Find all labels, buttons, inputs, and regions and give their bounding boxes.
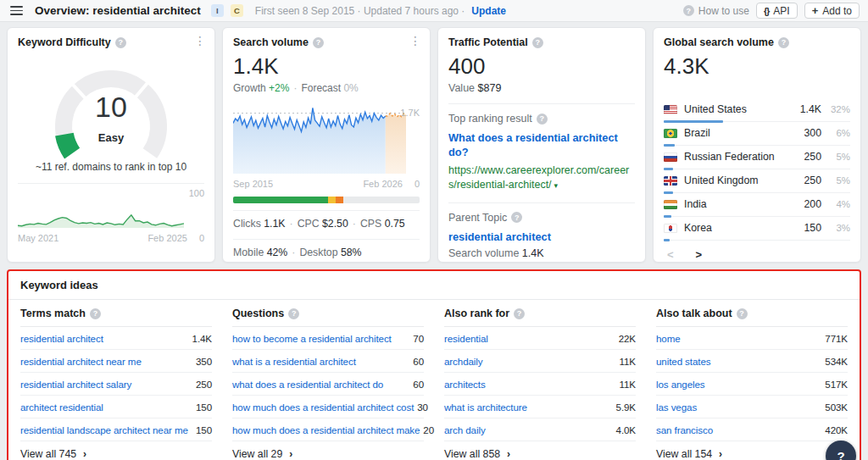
keyword-link[interactable]: san francisco bbox=[656, 424, 713, 435]
keyword-row: what is architecture5.9K bbox=[444, 396, 636, 418]
kebab-menu-icon[interactable]: ⋮ bbox=[194, 35, 206, 47]
intent-badge-informational[interactable]: I bbox=[211, 4, 224, 17]
how-to-use-label: How to use bbox=[698, 5, 749, 17]
device-stats-row: Mobile 42%·Desktop 58% bbox=[233, 239, 420, 261]
search-volume-value: 1.4K bbox=[233, 53, 420, 80]
keyword-row: architects11K bbox=[444, 373, 636, 396]
search-volume-title: Search volume bbox=[233, 36, 309, 48]
add-to-button-label: Add to bbox=[822, 5, 852, 17]
top-ranking-url[interactable]: https://www.careerexplorer.com/careers/r… bbox=[448, 163, 635, 193]
top-ranking-result-link[interactable]: What does a residential architect do? bbox=[448, 130, 635, 160]
kd-axis-left: May 2021 bbox=[18, 233, 58, 243]
keyword-link[interactable]: how to become a residential architect bbox=[232, 333, 392, 344]
help-icon[interactable]: ? bbox=[511, 212, 522, 223]
keyword-row: archdaily11K bbox=[444, 350, 636, 373]
korea-flag-icon bbox=[664, 224, 677, 233]
growth-label: Growth bbox=[233, 82, 266, 94]
how-to-use-link[interactable]: ? How to use bbox=[683, 5, 749, 17]
india-flag-icon bbox=[664, 200, 677, 209]
keyword-row: arch daily4.0K bbox=[444, 418, 636, 441]
chevron-down-icon[interactable]: ▾ bbox=[554, 181, 559, 190]
sv-axis-left: Sep 2015 bbox=[233, 179, 273, 189]
next-page-icon[interactable]: > bbox=[696, 248, 703, 261]
help-icon[interactable]: ? bbox=[288, 308, 299, 319]
keyword-link[interactable]: what is architecture bbox=[444, 402, 527, 413]
country-row: United States 1.4K 32% bbox=[664, 98, 850, 122]
top-header: Overview: residential architect I C Firs… bbox=[0, 0, 868, 22]
terms-match-column: Terms match? residential architect1.4K r… bbox=[20, 300, 212, 460]
keyword-row: home771K bbox=[656, 327, 848, 350]
keyword-link[interactable]: what does a residential architect do bbox=[232, 379, 383, 390]
help-icon[interactable]: ? bbox=[90, 308, 101, 319]
country-share-bar bbox=[664, 239, 670, 241]
keyword-link[interactable]: residential architect salary bbox=[20, 379, 131, 390]
traffic-potential-title: Traffic Potential bbox=[448, 36, 528, 48]
traffic-value-line: Value $879 bbox=[448, 82, 635, 94]
keyword-link[interactable]: las vegas bbox=[656, 402, 697, 413]
keyword-link[interactable]: architects bbox=[444, 379, 486, 390]
keyword-link[interactable]: residential architect near me bbox=[20, 356, 142, 367]
plus-icon: + bbox=[812, 5, 819, 16]
kebab-menu-icon[interactable]: ⋮ bbox=[409, 35, 421, 47]
parent-topic-volume: Search volume 1.4K bbox=[448, 247, 635, 259]
prev-page-icon[interactable]: < bbox=[667, 248, 674, 261]
keyword-link[interactable]: residential bbox=[444, 333, 488, 344]
kd-sparkline bbox=[18, 189, 184, 228]
keyword-link[interactable]: architect residential bbox=[20, 402, 103, 413]
global-search-volume-card: Global search volume ? 4.3K United State… bbox=[653, 27, 861, 263]
keyword-row: what does a residential architect do60 bbox=[232, 373, 424, 396]
forecast-label: Forecast bbox=[301, 82, 341, 94]
russia-flag-icon bbox=[664, 152, 677, 162]
keyword-link[interactable]: home bbox=[656, 333, 681, 344]
add-to-button[interactable]: + Add to bbox=[804, 3, 860, 19]
search-volume-chart: 1.7K Sep 2015 Feb 2026 bbox=[233, 103, 420, 189]
keyword-link[interactable]: how much does a residential architect co… bbox=[232, 402, 414, 413]
chevron-right-icon: › bbox=[507, 448, 510, 460]
chevron-right-icon: › bbox=[719, 448, 722, 460]
keyword-link[interactable]: residential architect bbox=[20, 333, 103, 344]
keyword-row: las vegas503K bbox=[656, 396, 848, 418]
kd-axis-zero: 0 bbox=[199, 233, 204, 243]
metric-cards-row: Keyword Difficulty ? ⋮ 10 Easy ~11 ref. … bbox=[0, 22, 868, 263]
help-icon[interactable]: ? bbox=[737, 308, 748, 319]
brazil-flag-icon bbox=[664, 129, 677, 138]
help-icon[interactable]: ? bbox=[115, 37, 126, 48]
keyword-link[interactable]: los angeles bbox=[656, 379, 705, 390]
help-icon: ? bbox=[683, 5, 694, 16]
view-all-link[interactable]: View all 154› bbox=[656, 441, 848, 460]
keyword-link[interactable]: united states bbox=[656, 356, 710, 367]
intent-badge-commercial[interactable]: C bbox=[231, 4, 243, 17]
api-button[interactable]: { } API bbox=[756, 3, 798, 19]
help-icon[interactable]: ? bbox=[532, 37, 543, 48]
sv-chart-svg bbox=[233, 103, 406, 174]
kd-score: 10 bbox=[39, 91, 183, 124]
search-volume-card: Search volume ? ⋮ 1.4K Growth +2%·Foreca… bbox=[222, 27, 431, 263]
keyword-row: los angeles517K bbox=[656, 373, 848, 396]
keyword-row: architect residential150 bbox=[20, 396, 212, 418]
update-link[interactable]: Update bbox=[471, 5, 506, 17]
first-seen-updated-text: First seen 8 Sep 2015 · Updated 7 hours … bbox=[255, 5, 465, 17]
hamburger-menu-icon[interactable] bbox=[10, 6, 23, 14]
clicks-distribution-bar bbox=[233, 197, 420, 203]
keyword-row: residential22K bbox=[444, 327, 636, 350]
view-all-link[interactable]: View all 745› bbox=[20, 441, 212, 460]
kd-level: Easy bbox=[39, 131, 183, 144]
kd-history-chart: 100 May 2021 Feb 2025 0 bbox=[18, 183, 204, 243]
keyword-row: how to become a residential architect70 bbox=[232, 327, 424, 350]
parent-topic-link[interactable]: residential architect bbox=[448, 230, 635, 244]
also-talk-about-column: Also talk about? home771K united states5… bbox=[656, 300, 848, 460]
keyword-link[interactable]: archdaily bbox=[444, 356, 483, 367]
view-all-link[interactable]: View all 29› bbox=[232, 441, 424, 460]
help-icon[interactable]: ? bbox=[313, 37, 324, 48]
sv-axis-cap: 1.7K bbox=[400, 108, 420, 118]
keyword-link[interactable]: residential landscape architect near me bbox=[20, 424, 188, 435]
keyword-row: residential architect near me350 bbox=[20, 350, 212, 373]
kd-axis-right: Feb 2025 bbox=[147, 233, 186, 243]
keyword-link[interactable]: how much does a residential architect ma… bbox=[232, 424, 420, 435]
help-icon[interactable]: ? bbox=[537, 114, 548, 125]
keyword-link[interactable]: arch daily bbox=[444, 424, 486, 435]
help-icon[interactable]: ? bbox=[514, 308, 525, 319]
keyword-link[interactable]: what is a residential architect bbox=[232, 356, 356, 367]
help-icon[interactable]: ? bbox=[778, 37, 789, 48]
view-all-link[interactable]: View all 858› bbox=[444, 441, 636, 460]
